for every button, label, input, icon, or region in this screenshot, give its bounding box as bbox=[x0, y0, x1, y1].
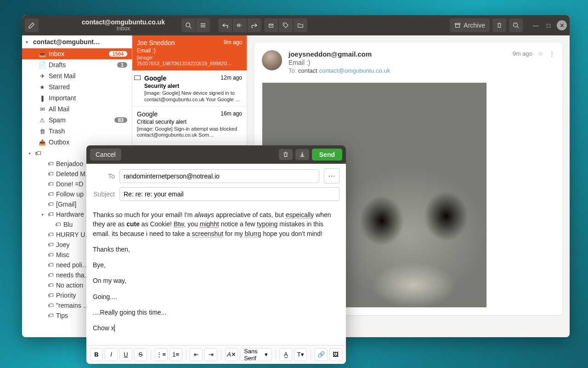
italic-button[interactable]: I bbox=[105, 348, 118, 361]
message-time: 16m ago bbox=[220, 110, 242, 117]
message-preview: [image: Google] Sign-in attempt was bloc… bbox=[137, 126, 242, 138]
font-size-button[interactable]: T▾ bbox=[294, 348, 307, 361]
folder-label: Outbox bbox=[49, 138, 69, 146]
tag-icon: 🏷 bbox=[48, 181, 53, 187]
tag-icon: 🏷 bbox=[48, 242, 53, 248]
window-controls: — □ ✕ bbox=[531, 20, 567, 30]
tag-icon: 🏷 bbox=[48, 302, 53, 309]
outdent-button[interactable]: ⇤ bbox=[190, 348, 203, 361]
svg-line-1 bbox=[189, 27, 191, 29]
format-toolbar: B I U S ⋮≡ 1≡ ⇤ ⇥ A✕ Sans Serif ▾ A̲ T▾ … bbox=[86, 345, 346, 364]
message-subject: Critical security alert bbox=[137, 119, 242, 125]
trash-icon: 🗑 bbox=[39, 128, 46, 135]
folder-label: Spam bbox=[49, 116, 66, 124]
underline-button[interactable]: U bbox=[119, 348, 132, 361]
compose-new-button[interactable] bbox=[25, 18, 39, 32]
font-select[interactable]: Sans Serif ▾ bbox=[240, 348, 271, 361]
indent-button[interactable]: ⇥ bbox=[204, 348, 217, 361]
font-color-button[interactable]: A̲ bbox=[279, 348, 292, 361]
folder-allmail[interactable]: ✉ All Mail bbox=[22, 104, 132, 115]
mark-button[interactable] bbox=[264, 18, 278, 32]
tag-icon: 🏷 bbox=[48, 211, 53, 218]
search-conv-button[interactable] bbox=[181, 18, 195, 32]
link-button[interactable]: 🔗 bbox=[315, 348, 328, 361]
message-subject: Email :) bbox=[137, 47, 242, 54]
folder-trash[interactable]: 🗑 Trash bbox=[22, 126, 132, 137]
to-label: To bbox=[93, 172, 115, 180]
compose-toolbar: Cancel Send bbox=[86, 145, 346, 164]
reply-button[interactable] bbox=[218, 18, 232, 32]
more-icon[interactable]: ⋮ bbox=[549, 50, 555, 57]
to-expand-button[interactable]: ⋯ bbox=[324, 168, 339, 184]
important-icon: ❚ bbox=[39, 95, 46, 102]
star-icon: ★ bbox=[39, 84, 46, 91]
folder-inbox[interactable]: 📥 Inbox 1504 bbox=[22, 48, 132, 59]
tag-icon: 🏷 bbox=[55, 221, 61, 228]
maximize-button[interactable]: □ bbox=[544, 21, 553, 30]
archive-label: Archive bbox=[464, 22, 485, 29]
folder-label: Drafts bbox=[49, 61, 66, 69]
message-subject: Security alert bbox=[144, 83, 242, 89]
folder-label: All Mail bbox=[49, 105, 69, 113]
outbox-icon: 📤 bbox=[39, 139, 46, 146]
message-item[interactable]: Google 16m ago Critical security alert [… bbox=[132, 107, 247, 142]
title-folder: Inbox bbox=[44, 26, 203, 32]
discard-button[interactable] bbox=[279, 149, 293, 160]
image-button[interactable]: 🖼 bbox=[329, 348, 342, 361]
drafts-icon: 📄 bbox=[39, 62, 46, 69]
folder-label: Trash bbox=[49, 127, 65, 135]
send-button[interactable]: Send bbox=[312, 149, 342, 161]
compose-body[interactable]: Thanks so much for your email! I'm alway… bbox=[86, 207, 346, 345]
svg-point-0 bbox=[186, 23, 190, 27]
to-input[interactable] bbox=[119, 169, 319, 183]
delete-button[interactable] bbox=[492, 18, 506, 32]
tag-icon: 🏷 bbox=[48, 282, 53, 288]
inbox-count-badge: 1504 bbox=[109, 51, 127, 57]
forward-button[interactable] bbox=[248, 18, 261, 32]
subject-label: Subject bbox=[93, 190, 115, 198]
attach-button[interactable] bbox=[295, 149, 309, 160]
spam-icon: ⚠ bbox=[39, 117, 46, 124]
account-header[interactable]: contact@omgubunt… bbox=[22, 35, 132, 48]
star-icon[interactable]: ☆ bbox=[538, 50, 543, 57]
folder-drafts[interactable]: 📄 Drafts 1 bbox=[22, 59, 132, 70]
close-window-button[interactable]: ✕ bbox=[557, 20, 567, 30]
message-item[interactable]: Joe Sneddon 9m ago Email :) [image: 2500… bbox=[132, 35, 247, 71]
tag-icon: 🏷 bbox=[48, 272, 53, 278]
reader-to: To: contact contact@omgubuntu.co.uk bbox=[288, 67, 390, 74]
strike-button[interactable]: S bbox=[134, 348, 147, 361]
folder-sent[interactable]: ✈ Sent Mail bbox=[22, 70, 132, 81]
clear-format-button[interactable]: A✕ bbox=[225, 348, 238, 361]
tag-icon: 🏷 bbox=[48, 252, 53, 258]
message-preview: [image: 25007653_1987061318220619_899820… bbox=[137, 55, 242, 67]
tag-button[interactable] bbox=[279, 18, 293, 32]
window-title: contact@omgubuntu.co.uk Inbox bbox=[44, 19, 203, 32]
reader-subject: Email :) bbox=[288, 59, 390, 66]
number-list-button[interactable]: 1≡ bbox=[170, 348, 182, 361]
bold-button[interactable]: B bbox=[90, 348, 103, 361]
archive-button[interactable]: Archive bbox=[450, 18, 490, 32]
message-time: 12m ago bbox=[220, 75, 242, 81]
reply-all-button[interactable] bbox=[233, 18, 247, 32]
bullet-list-button[interactable]: ⋮≡ bbox=[155, 348, 168, 361]
menu-button[interactable] bbox=[196, 18, 210, 32]
avatar bbox=[262, 50, 282, 70]
allmail-icon: ✉ bbox=[39, 106, 46, 113]
cancel-button[interactable]: Cancel bbox=[90, 149, 121, 161]
unread-icon bbox=[134, 75, 141, 80]
tag-icon: 🏷 bbox=[48, 171, 53, 177]
message-item[interactable]: Google 12m ago Security alert [image: Go… bbox=[132, 71, 247, 106]
folder-important[interactable]: ❚ Important bbox=[22, 92, 132, 104]
move-folder-button[interactable] bbox=[294, 18, 307, 32]
spam-count-badge: 83 bbox=[114, 117, 127, 123]
svg-line-10 bbox=[517, 27, 519, 29]
minimize-button[interactable]: — bbox=[531, 21, 540, 30]
search-button[interactable] bbox=[509, 18, 523, 32]
folder-starred[interactable]: ★ Starred bbox=[22, 81, 132, 92]
tag-icon: 🏷 bbox=[35, 150, 41, 157]
sent-icon: ✈ bbox=[39, 73, 46, 80]
folder-spam[interactable]: ⚠ Spam 83 bbox=[22, 115, 132, 126]
titlebar: contact@omgubuntu.co.uk Inbox bbox=[22, 15, 570, 35]
subject-input[interactable] bbox=[119, 187, 339, 201]
inbox-icon: 📥 bbox=[39, 51, 46, 58]
